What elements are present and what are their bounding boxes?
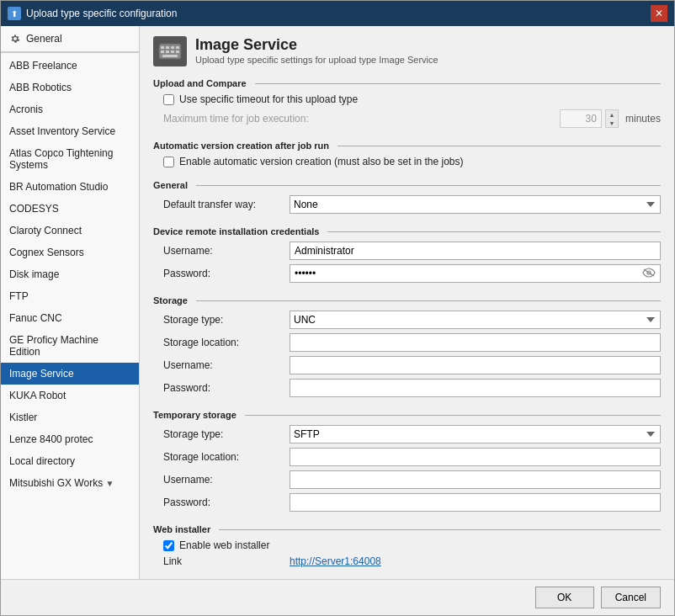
use-timeout-row: Use specific timeout for this upload typ… <box>153 93 661 105</box>
main-window: ⬆ Upload type specific configuration ✕ G… <box>0 0 675 616</box>
panel-header: Image Service Upload type specific setti… <box>153 36 661 66</box>
section-temp-storage: Temporary storage Storage type: UNC FTP … <box>153 410 661 516</box>
section-web-installer: Web installer Enable web installer Link … <box>153 524 661 571</box>
svg-line-11 <box>644 269 654 276</box>
storage-type-row: Storage type: UNC FTP SFTP Local <box>153 311 661 329</box>
eye-icon <box>642 268 656 278</box>
timeout-input-group: ▲ ▼ minutes <box>560 109 661 128</box>
temp-storage-type-select[interactable]: UNC FTP SFTP Local <box>290 425 661 443</box>
sidebar-item-br-automation[interactable]: BR Automation Studio <box>1 176 139 198</box>
spinner-up-button[interactable]: ▲ <box>606 110 618 119</box>
sidebar-item-lenze[interactable]: Lenze 8400 protec <box>1 428 139 450</box>
temp-storage-location-label: Storage location: <box>163 451 290 463</box>
max-time-label: Maximum time for job execution: <box>163 113 560 125</box>
temp-storage-location-row: Storage location: <box>153 448 661 466</box>
auto-version-row: Enable automatic version creation (must … <box>153 156 661 167</box>
section-storage: Storage Storage type: UNC FTP SFTP Local… <box>153 295 661 401</box>
temp-storage-password-label: Password: <box>163 497 290 508</box>
sidebar-item-fanuc[interactable]: Fanuc CNC <box>1 307 139 329</box>
sidebar-item-acronis[interactable]: Acronis <box>1 98 139 120</box>
storage-location-label: Storage location: <box>163 337 290 348</box>
sidebar-item-asset-inventory[interactable]: Asset Inventory Service <box>1 120 139 142</box>
default-transfer-label: Default transfer way: <box>163 199 290 210</box>
sidebar-item-kuka[interactable]: KUKA Robot <box>1 385 139 406</box>
spinner-down-button[interactable]: ▼ <box>606 119 618 127</box>
web-installer-checkbox[interactable] <box>163 540 174 551</box>
device-password-row: Password: <box>153 264 661 283</box>
content-area: General ABB Freelance ABB Robotics Acron… <box>1 26 674 579</box>
device-password-input[interactable] <box>290 264 661 283</box>
device-username-input[interactable] <box>290 242 661 260</box>
toggle-password-button[interactable] <box>642 267 656 280</box>
svg-rect-2 <box>166 46 169 49</box>
ok-button[interactable]: OK <box>535 587 594 608</box>
storage-username-label: Username: <box>163 359 290 371</box>
svg-rect-4 <box>176 46 179 49</box>
temp-storage-username-label: Username: <box>163 474 290 486</box>
storage-username-input[interactable] <box>290 356 661 374</box>
temp-storage-password-input[interactable] <box>290 493 661 512</box>
storage-location-input[interactable] <box>290 333 661 352</box>
timeout-value-input <box>560 109 602 128</box>
sidebar-item-abb-robotics[interactable]: ABB Robotics <box>1 77 139 98</box>
default-transfer-row: Default transfer way: None FTP SFTP UNC <box>153 195 661 214</box>
default-transfer-select[interactable]: None FTP SFTP UNC <box>290 195 661 214</box>
close-button[interactable]: ✕ <box>651 5 667 22</box>
sidebar-item-general[interactable]: General <box>1 26 139 52</box>
temp-storage-type-row: Storage type: UNC FTP SFTP Local <box>153 425 661 443</box>
main-panel: Image Service Upload type specific setti… <box>140 26 674 579</box>
svg-rect-7 <box>171 50 174 53</box>
svg-rect-3 <box>171 46 174 49</box>
section-general: General Default transfer way: None FTP S… <box>153 180 661 218</box>
storage-type-select[interactable]: UNC FTP SFTP Local <box>290 311 661 329</box>
auto-version-label: Enable automatic version creation (must … <box>179 156 464 167</box>
sidebar-item-atlas-copco[interactable]: Atlas Copco Tightening Systems <box>1 142 139 176</box>
temp-storage-username-input[interactable] <box>290 470 661 489</box>
keyboard-icon <box>158 41 182 61</box>
sidebar-item-local-dir[interactable]: Local directory <box>1 450 139 472</box>
svg-rect-1 <box>161 46 164 49</box>
section-title-general: General <box>153 180 661 190</box>
sidebar-item-mitsubishi[interactable]: Mitsubishi GX Works ▼ <box>1 472 139 494</box>
sidebar-item-abb-freelance[interactable]: ABB Freelance <box>1 55 139 77</box>
sidebar-item-kistler[interactable]: Kistler <box>1 406 139 428</box>
storage-type-label: Storage type: <box>163 314 290 326</box>
title-bar-text: Upload type specific configuration <box>26 8 651 19</box>
sidebar-item-codesys[interactable]: CODESYS <box>1 198 139 220</box>
timeout-row: Maximum time for job execution: ▲ ▼ minu… <box>153 109 661 128</box>
device-username-row: Username: <box>153 242 661 260</box>
storage-password-input[interactable] <box>290 379 661 397</box>
section-title-auto-version: Automatic version creation after job run <box>153 141 661 151</box>
web-installer-link-label: Link <box>163 555 290 567</box>
title-bar: ⬆ Upload type specific configuration ✕ <box>1 1 674 26</box>
svg-rect-5 <box>161 50 164 53</box>
sidebar-item-claroty[interactable]: Claroty Connect <box>1 220 139 242</box>
section-upload-compare: Upload and Compare Use specific timeout … <box>153 78 661 132</box>
footer: OK Cancel <box>1 579 674 615</box>
storage-password-row: Password: <box>153 379 661 397</box>
sidebar-item-ftp[interactable]: FTP <box>1 285 139 307</box>
web-installer-link-row: Link http://Server1:64008 <box>153 555 661 567</box>
temp-storage-type-label: Storage type: <box>163 428 290 440</box>
device-username-label: Username: <box>163 245 290 257</box>
gear-icon <box>9 33 21 45</box>
svg-rect-6 <box>166 50 169 53</box>
temp-storage-location-input[interactable] <box>290 448 661 466</box>
sidebar-item-cognex[interactable]: Cognex Sensors <box>1 242 139 263</box>
section-title-upload-compare: Upload and Compare <box>153 78 661 88</box>
sidebar-item-ge-proficy[interactable]: GE Proficy Machine Edition <box>1 329 139 363</box>
web-installer-link[interactable]: http://Server1:64008 <box>290 555 381 567</box>
sidebar: General ABB Freelance ABB Robotics Acron… <box>1 26 140 579</box>
storage-username-row: Username: <box>153 356 661 374</box>
panel-title-group: Image Service Upload type specific setti… <box>195 36 438 65</box>
auto-version-checkbox[interactable] <box>163 157 174 167</box>
sidebar-item-image-service[interactable]: Image Service <box>1 363 139 385</box>
use-timeout-checkbox[interactable] <box>163 94 174 105</box>
storage-password-label: Password: <box>163 382 290 394</box>
cancel-button[interactable]: Cancel <box>601 587 661 608</box>
panel-subtitle: Upload type specific settings for upload… <box>195 55 438 65</box>
minutes-label: minutes <box>625 113 661 125</box>
section-title-temp-storage: Temporary storage <box>153 410 661 420</box>
spinner-arrows: ▲ ▼ <box>605 109 619 128</box>
sidebar-item-disk-image[interactable]: Disk image <box>1 263 139 285</box>
